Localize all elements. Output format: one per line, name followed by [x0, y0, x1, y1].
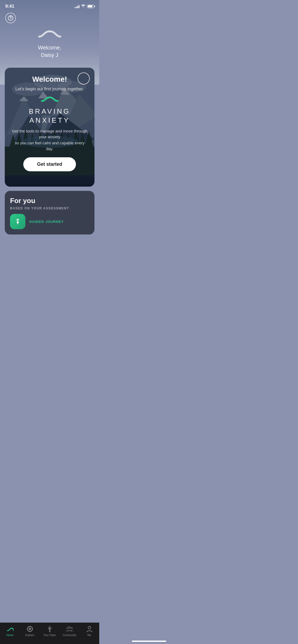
bottom-spacer: [5, 234, 94, 261]
guided-journey-row: GUIDED JOURNEY: [10, 214, 89, 229]
card-content: Welcome! Let's begin our first journey t…: [5, 68, 94, 187]
signal-icon: [75, 4, 79, 8]
welcome-text: Welcome, Daisy J: [38, 44, 61, 59]
wifi-icon: [81, 4, 85, 8]
battery-icon: [87, 5, 94, 8]
status-time: 9:41: [5, 4, 14, 9]
for-you-title: For you: [10, 197, 89, 205]
squiggle-logo-header: [37, 26, 63, 42]
card-squiggle-logo: [40, 95, 59, 104]
get-started-button[interactable]: Get started: [23, 157, 76, 171]
hero-card: Welcome! Let's begin our first journey t…: [5, 68, 94, 187]
header-row: [5, 13, 94, 23]
main-content: Welcome! Let's begin our first journey t…: [0, 68, 99, 261]
help-button[interactable]: [5, 13, 16, 23]
header-logo: Welcome, Daisy J: [37, 26, 63, 59]
status-icons: [75, 4, 94, 8]
header-area: Welcome, Daisy J: [0, 11, 99, 64]
card-brand-name: BRAVING ANXIETY: [29, 107, 70, 125]
card-subtitle: Let's begin our first journey together.: [15, 87, 84, 91]
card-main-title: Welcome!: [32, 75, 67, 84]
for-you-subtitle: BASED ON YOUR ASSESSMENT: [10, 206, 89, 210]
card-description: Get the tools to manage and move through…: [11, 128, 88, 152]
guided-icon: [10, 214, 25, 229]
svg-point-1: [10, 19, 11, 19]
status-bar: 9:41: [0, 0, 99, 11]
for-you-card: For you BASED ON YOUR ASSESSMENT GUIDED …: [5, 191, 94, 234]
guided-tag: GUIDED JOURNEY: [29, 220, 64, 224]
